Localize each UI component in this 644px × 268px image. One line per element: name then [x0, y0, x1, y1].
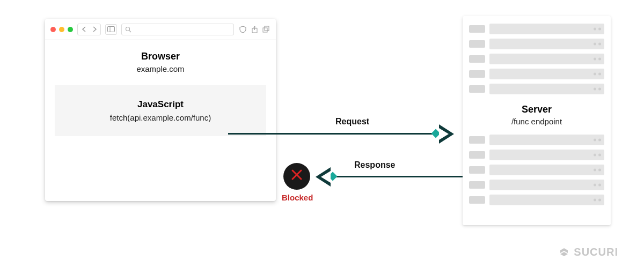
- close-icon: [50, 27, 56, 32]
- browser-window: Browser example.com JavaScript fetch(api…: [45, 19, 276, 201]
- javascript-code: fetch(api.example.com/func): [62, 113, 259, 122]
- server-row: [469, 180, 604, 190]
- svg-rect-6: [265, 26, 269, 31]
- svg-line-3: [129, 31, 131, 32]
- browser-domain: example.com: [55, 64, 266, 73]
- copy-icon: [262, 25, 270, 34]
- traffic-lights: [50, 27, 73, 32]
- server-row: [469, 150, 604, 160]
- server-endpoint: /func endpoint: [469, 117, 604, 126]
- svg-rect-5: [263, 28, 267, 32]
- forward-icon: [90, 25, 99, 34]
- brand-text: SUCURI: [574, 246, 618, 258]
- back-icon: [79, 25, 89, 34]
- brand-logo: SUCURI: [558, 246, 618, 258]
- search-icon: [125, 26, 131, 33]
- request-arrowhead-icon: [439, 124, 454, 144]
- server-row: [469, 135, 604, 145]
- server-row: [469, 165, 604, 175]
- browser-title: Browser: [55, 51, 266, 62]
- minimize-icon: [59, 27, 64, 32]
- x-icon: [290, 168, 303, 185]
- maximize-icon: [68, 27, 73, 32]
- browser-chrome: [45, 19, 276, 40]
- request-arrow-line: [228, 133, 443, 135]
- server-row: [469, 84, 604, 94]
- shield-icon: [238, 25, 247, 34]
- response-arrow-line: [328, 176, 463, 177]
- sidebar-toggle-icon: [105, 24, 117, 35]
- server-row: [469, 195, 604, 205]
- blocked-badge: [283, 163, 310, 190]
- sucuri-logo-icon: [558, 247, 570, 258]
- blocked-label: Blocked: [282, 193, 313, 202]
- share-icon: [250, 25, 259, 34]
- javascript-box: JavaScript fetch(api.example.com/func): [55, 85, 266, 136]
- svg-rect-0: [108, 27, 115, 32]
- svg-point-2: [126, 27, 130, 31]
- javascript-title: JavaScript: [62, 99, 259, 110]
- server-panel: Server /func endpoint: [463, 16, 611, 225]
- server-row: [469, 54, 604, 64]
- server-row: [469, 24, 604, 34]
- server-row: [469, 39, 604, 49]
- response-arrowhead-icon: [316, 167, 331, 187]
- address-bar: [121, 24, 234, 35]
- response-label: Response: [354, 160, 395, 170]
- request-label: Request: [335, 117, 369, 126]
- nav-back-forward: [77, 24, 101, 35]
- server-title: Server: [469, 104, 604, 115]
- server-row: [469, 69, 604, 79]
